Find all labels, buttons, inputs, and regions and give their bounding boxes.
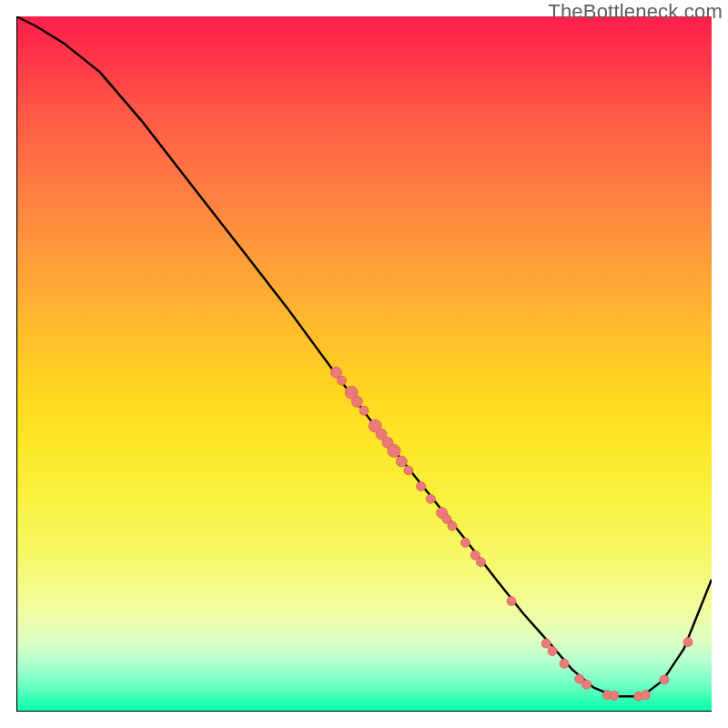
data-point	[548, 647, 557, 656]
data-point	[541, 639, 551, 648]
data-point	[426, 494, 435, 503]
data-point	[461, 538, 470, 547]
curve-group	[16, 16, 712, 696]
data-point	[351, 396, 362, 407]
axes-group	[16, 16, 712, 712]
scatter-points	[330, 367, 693, 701]
plot-area	[16, 16, 712, 712]
data-point	[359, 406, 369, 415]
data-point	[448, 521, 457, 531]
data-point	[396, 456, 407, 467]
data-point	[507, 597, 516, 606]
data-point	[683, 638, 693, 647]
data-point	[560, 659, 569, 668]
data-point	[582, 680, 592, 689]
data-point	[660, 675, 669, 684]
bottleneck-curve	[16, 16, 712, 696]
data-point	[388, 445, 400, 458]
plot-svg	[16, 16, 712, 712]
data-point	[476, 558, 485, 567]
data-point	[641, 691, 650, 700]
data-point	[404, 466, 413, 475]
data-point	[417, 482, 426, 491]
data-point	[610, 691, 619, 700]
chart-container: TheBottleneck.com	[0, 0, 728, 728]
watermark-text: TheBottleneck.com	[548, 0, 723, 24]
data-point	[338, 376, 347, 385]
